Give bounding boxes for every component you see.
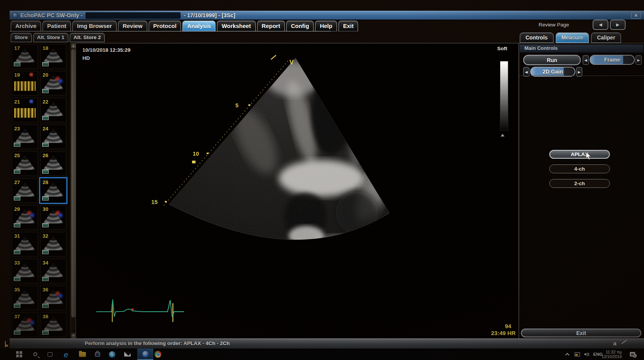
volume-icon[interactable]: ))) xyxy=(582,350,591,358)
thumbnail-18[interactable]: 18 xyxy=(40,44,66,69)
text-input-tray-icon[interactable]: a xyxy=(613,340,616,347)
heart-rate-value: 23:49 HR xyxy=(491,330,516,336)
thumbnail-38[interactable]: 38 xyxy=(40,312,66,337)
clip-icon xyxy=(14,62,20,66)
menu-tab-review[interactable]: Review xyxy=(118,21,147,31)
view-button-2-ch[interactable]: 2-ch xyxy=(549,179,610,188)
display-tray-icon[interactable] xyxy=(573,350,582,358)
prev-page-button[interactable]: ◀ xyxy=(593,20,608,30)
file-explorer-icon[interactable] xyxy=(78,350,87,358)
thumbnail-37[interactable]: 37 xyxy=(12,312,38,337)
monitor-tray-icon[interactable] xyxy=(5,341,6,347)
thumbnail-32[interactable]: 32 xyxy=(40,232,66,256)
scroll-up-icon[interactable]: ▲ xyxy=(71,43,76,48)
thumbnail-number: 37 xyxy=(14,314,20,319)
color-doppler-blue-dot xyxy=(30,321,34,325)
menu-tab-report[interactable]: Report xyxy=(257,21,285,31)
menu-tab-img-browser[interactable]: Img Browser xyxy=(72,21,117,31)
thumbnail-number: 31 xyxy=(14,233,20,239)
thumbnail-30[interactable]: 30 xyxy=(40,205,66,230)
title-bar: EchoPAC PC SW-Only - - 17/10/1999] - [3S… xyxy=(10,11,644,20)
tray-chevron-icon[interactable] xyxy=(564,350,573,358)
run-button[interactable]: Run xyxy=(523,55,581,65)
thumbnail-23[interactable]: 23 xyxy=(12,125,38,149)
review-page-header: Review Page ◀ ▶ ControlsMeasureCaliper xyxy=(519,20,644,43)
start-button[interactable] xyxy=(15,350,24,358)
scroll-down-icon[interactable]: ▼ xyxy=(71,333,76,338)
app-icon xyxy=(13,13,18,18)
exit-button[interactable]: Exit xyxy=(521,329,641,337)
window-title-suffix: - 17/10/1999] - [3Sc] xyxy=(184,12,235,18)
menu-tab-row: ArchivePatientImg BrowserReviewProtocolA… xyxy=(11,20,358,31)
store-tab-row: StoreAlt. Store 1Alt. Store 2 xyxy=(11,32,105,42)
scrollbar-thumb[interactable] xyxy=(71,49,76,317)
thumbnail-33[interactable]: 33 xyxy=(12,259,38,283)
mouse-cursor xyxy=(586,152,593,160)
thumbnail-scrollbar[interactable]: ▲ ▼ xyxy=(71,43,76,339)
task-view-icon[interactable] xyxy=(45,350,54,358)
gain-curve-label: Soft xyxy=(497,46,507,51)
panel-tab-caliper[interactable]: Caliper xyxy=(591,33,621,43)
thumbnail-19[interactable]: 19 xyxy=(12,71,38,95)
thumbnail-36[interactable]: 36 xyxy=(40,286,66,310)
menu-tab-analysis[interactable]: Analysis xyxy=(182,21,215,31)
mail-icon[interactable] xyxy=(123,350,132,358)
thumbnail-27[interactable]: 27 xyxy=(12,178,38,203)
panel-tab-controls[interactable]: Controls xyxy=(520,33,554,43)
thumbnail-28[interactable]: 28 xyxy=(40,178,66,203)
pen-icon[interactable] xyxy=(621,340,627,344)
frame-spinner[interactable]: Frame xyxy=(590,55,635,65)
echopac-taskbar-icon[interactable] xyxy=(137,348,153,360)
clip-icon xyxy=(42,250,49,254)
ultrasound-display: 5 10 15 V 10/10/2018 12:35:29 HD Soft 94… xyxy=(76,43,519,339)
thumbnail-29[interactable]: 29 xyxy=(12,205,38,230)
thumbnail-number: 25 xyxy=(14,153,20,158)
taskbar-clock[interactable]: 11:32 πμ 12/10/2018 xyxy=(601,350,622,359)
view-button-4-ch[interactable]: 4-ch xyxy=(549,164,610,173)
search-icon[interactable] xyxy=(31,350,40,358)
language-indicator[interactable]: ENG xyxy=(593,350,603,358)
chrome-icon[interactable] xyxy=(153,350,163,358)
close-button[interactable]: ✕ xyxy=(631,12,641,19)
thumbnail-20[interactable]: 20 xyxy=(40,71,66,95)
thumbnail-21[interactable]: 21 xyxy=(12,98,38,122)
store-icon[interactable] xyxy=(93,350,102,358)
thumbnail-24[interactable]: 24 xyxy=(40,125,66,149)
thumbnail-17[interactable]: 17 xyxy=(12,44,38,69)
view-button-aplax[interactable]: APLAX xyxy=(549,150,610,159)
menu-tab-help[interactable]: Help xyxy=(315,21,337,31)
panel-tab-row: ControlsMeasureCaliper xyxy=(520,33,644,43)
store-tab-alt-store-2[interactable]: Alt. Store 2 xyxy=(70,33,105,42)
thumbnail-26[interactable]: 26 xyxy=(40,151,66,176)
thumbnail-35[interactable]: 35 xyxy=(12,286,38,310)
frame-prev-icon[interactable]: ◀ xyxy=(583,55,589,65)
main-controls-header: Main Controls xyxy=(520,44,643,53)
menu-tab-protocol[interactable]: Protocol xyxy=(149,21,181,31)
thumbnail-number: 27 xyxy=(14,179,20,185)
thumbnail-22[interactable]: 22 xyxy=(40,98,66,122)
thumbnail-31[interactable]: 31 xyxy=(12,232,38,256)
skype-icon[interactable]: S xyxy=(107,350,117,358)
next-page-button[interactable]: ▶ xyxy=(610,20,626,30)
frame-next-icon[interactable]: ▶ xyxy=(636,55,642,65)
notification-center-icon[interactable]: 1 xyxy=(628,350,637,358)
color-doppler-blue-dot xyxy=(58,294,62,298)
clip-icon xyxy=(42,223,49,227)
thumbnail-34[interactable]: 34 xyxy=(40,259,66,283)
menu-tab-patient[interactable]: Patient xyxy=(43,21,71,31)
menu-tab-exit[interactable]: Exit xyxy=(338,21,358,31)
thumbnail-number: 22 xyxy=(43,99,48,105)
control-panel: Main Controls Run ◀ Frame ▶ ◀ 2D Gain ▶ … xyxy=(519,43,644,339)
menu-tab-archive[interactable]: Archive xyxy=(11,21,41,31)
thumbnail-25[interactable]: 25 xyxy=(12,151,38,176)
review-page-label: Review Page xyxy=(539,22,569,28)
color-doppler-blue-dot xyxy=(58,213,62,217)
store-tab-store[interactable]: Store xyxy=(11,33,32,42)
panel-tab-measure[interactable]: Measure xyxy=(556,33,589,43)
menu-tab-config[interactable]: Config xyxy=(286,21,314,31)
store-tab-alt-store-1[interactable]: Alt. Store 1 xyxy=(33,33,68,42)
menu-tab-worksheet[interactable]: Worksheet xyxy=(217,21,255,31)
thumbnail-number: 36 xyxy=(43,287,48,293)
edge-icon[interactable]: e xyxy=(61,350,71,358)
notification-badge: 1 xyxy=(633,354,637,358)
